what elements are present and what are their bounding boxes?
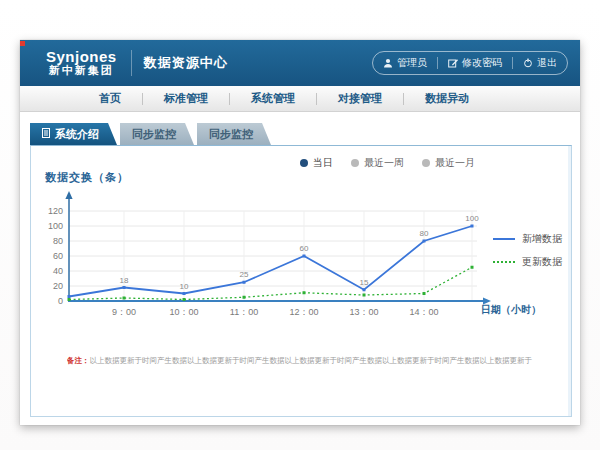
svg-text:10: 10 xyxy=(180,282,189,291)
tab-label: 同步监控 xyxy=(209,127,253,142)
svg-text:13：00: 13：00 xyxy=(349,307,378,317)
content-panel: 当日最近一周最近一月 数据交换（条） 0204060801001209：0010… xyxy=(30,145,572,417)
time-filter-1[interactable]: 最近一周 xyxy=(351,156,404,170)
svg-text:15: 15 xyxy=(360,278,369,287)
nav-item-2[interactable]: 系统管理 xyxy=(230,91,316,106)
header-divider xyxy=(131,50,132,76)
chart-legend: 新增数据更新数据 xyxy=(493,232,562,278)
svg-text:0: 0 xyxy=(58,296,63,306)
app-window: Synjones 新中新集团 数据资源中心 管理员 修改密码 xyxy=(20,40,580,425)
tab-2[interactable]: 同步监控 xyxy=(197,123,271,145)
footnote-text: 以上数据更新于时间产生数据以上数据更新于时间产生数据以上数据更新于时间产生数据以… xyxy=(90,356,533,365)
edit-icon xyxy=(448,58,458,68)
nav-item-1[interactable]: 标准管理 xyxy=(143,91,229,106)
svg-text:12：00: 12：00 xyxy=(289,307,318,317)
logout-label: 退出 xyxy=(537,56,557,70)
svg-text:120: 120 xyxy=(48,206,63,216)
logo-text-cn: 新中新集团 xyxy=(46,65,117,77)
main-nav: 首页标准管理系统管理对接管理数据异动 xyxy=(20,86,580,112)
document-icon xyxy=(42,128,50,140)
time-filter-group: 当日最近一周最近一月 xyxy=(300,156,475,170)
legend-label: 更新数据 xyxy=(522,255,562,269)
change-password-button[interactable]: 修改密码 xyxy=(438,56,512,70)
svg-text:14：00: 14：00 xyxy=(409,307,438,317)
current-user-label: 管理员 xyxy=(397,56,427,70)
radio-icon xyxy=(422,159,430,167)
logo-text-en: Synjones xyxy=(46,49,117,65)
svg-text:日期（小时）: 日期（小时） xyxy=(481,304,541,315)
tab-label: 同步监控 xyxy=(132,127,176,142)
tab-1[interactable]: 同步监控 xyxy=(120,123,194,145)
footnote: 备注：以上数据更新于时间产生数据以上数据更新于时间产生数据以上数据更新于时间产生… xyxy=(67,356,559,366)
svg-text:25: 25 xyxy=(240,270,249,279)
power-icon xyxy=(523,58,533,68)
svg-text:9：00: 9：00 xyxy=(112,307,136,317)
footnote-prefix: 备注： xyxy=(67,356,90,365)
y-axis-title: 数据交换（条） xyxy=(45,170,129,185)
legend-item-0[interactable]: 新增数据 xyxy=(493,232,562,246)
svg-text:80: 80 xyxy=(53,236,63,246)
user-icon xyxy=(383,58,393,68)
tab-0[interactable]: 系统介绍 xyxy=(30,123,117,145)
nav-item-0[interactable]: 首页 xyxy=(78,91,142,106)
page-title: 数据资源中心 xyxy=(144,54,228,72)
svg-text:40: 40 xyxy=(53,266,63,276)
time-filter-label: 最近一周 xyxy=(364,156,404,170)
legend-line-sample xyxy=(493,238,515,240)
legend-item-1[interactable]: 更新数据 xyxy=(493,255,562,269)
legend-line-sample xyxy=(493,261,515,263)
time-filter-label: 最近一月 xyxy=(435,156,475,170)
tab-label: 系统介绍 xyxy=(55,127,99,142)
time-filter-0[interactable]: 当日 xyxy=(300,156,333,170)
synjones-logo: Synjones 新中新集团 xyxy=(46,49,117,76)
svg-text:18: 18 xyxy=(120,276,129,285)
svg-text:100: 100 xyxy=(48,221,63,231)
app-header: Synjones 新中新集团 数据资源中心 管理员 修改密码 xyxy=(20,40,580,86)
change-password-label: 修改密码 xyxy=(462,56,502,70)
svg-text:100: 100 xyxy=(465,214,479,223)
time-filter-label: 当日 xyxy=(313,156,333,170)
svg-text:11：00: 11：00 xyxy=(230,307,258,317)
svg-text:80: 80 xyxy=(420,229,429,238)
tab-bar: 系统介绍同步监控同步监控 xyxy=(30,123,274,145)
user-toolbar: 管理员 修改密码 退出 xyxy=(372,51,568,75)
nav-item-4[interactable]: 数据异动 xyxy=(404,91,490,106)
svg-text:10：00: 10：00 xyxy=(169,307,198,317)
line-chart: 0204060801001209：0010：0011：0012：0013：001… xyxy=(39,188,551,338)
logout-button[interactable]: 退出 xyxy=(513,56,567,70)
svg-text:20: 20 xyxy=(53,281,63,291)
svg-text:60: 60 xyxy=(300,244,309,253)
current-user-button[interactable]: 管理员 xyxy=(373,56,437,70)
legend-label: 新增数据 xyxy=(522,232,562,246)
svg-text:60: 60 xyxy=(53,251,63,261)
red-marker-dot xyxy=(20,41,25,46)
radio-icon xyxy=(300,159,308,167)
time-filter-2[interactable]: 最近一月 xyxy=(422,156,475,170)
radio-icon xyxy=(351,159,359,167)
nav-item-3[interactable]: 对接管理 xyxy=(317,91,403,106)
